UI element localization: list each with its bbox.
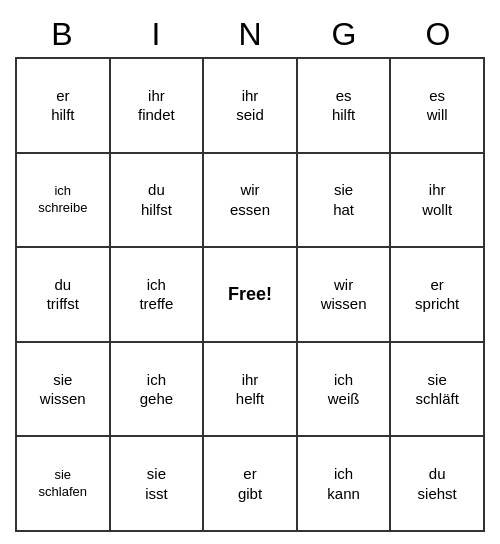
bingo-cell: Free! — [204, 248, 298, 343]
bingo-cell: erspricht — [391, 248, 485, 343]
bingo-cell: eswill — [391, 59, 485, 154]
bingo-cell: wiressen — [204, 154, 298, 249]
bingo-cell: ichgehe — [111, 343, 205, 438]
header-letter: I — [109, 12, 203, 57]
bingo-cell: ihrhelft — [204, 343, 298, 438]
bingo-cell: ergibt — [204, 437, 298, 532]
header-letter: G — [297, 12, 391, 57]
bingo-cell: erhilft — [17, 59, 111, 154]
bingo-cell: siewissen — [17, 343, 111, 438]
bingo-cell: ihrwollt — [391, 154, 485, 249]
bingo-cell: ichkann — [298, 437, 392, 532]
header-letter: B — [15, 12, 109, 57]
bingo-cell: sieschläft — [391, 343, 485, 438]
bingo-cell: siehat — [298, 154, 392, 249]
bingo-cell: wirwissen — [298, 248, 392, 343]
bingo-cell: sieschlafen — [17, 437, 111, 532]
bingo-cell: ichschreibe — [17, 154, 111, 249]
bingo-cell: ihrseid — [204, 59, 298, 154]
bingo-cell: dusiehst — [391, 437, 485, 532]
bingo-cell: sieisst — [111, 437, 205, 532]
header-letter: O — [391, 12, 485, 57]
header-letter: N — [203, 12, 297, 57]
bingo-header: BINGO — [15, 12, 485, 57]
bingo-cell: ichtreffe — [111, 248, 205, 343]
bingo-board: BINGO erhilftihrfindetihrseideshilfteswi… — [15, 12, 485, 532]
bingo-cell: ihrfindet — [111, 59, 205, 154]
bingo-cell: dutriffst — [17, 248, 111, 343]
bingo-cell: ichweiß — [298, 343, 392, 438]
bingo-cell: eshilft — [298, 59, 392, 154]
bingo-grid: erhilftihrfindetihrseideshilfteswillichs… — [15, 57, 485, 532]
bingo-cell: duhilfst — [111, 154, 205, 249]
